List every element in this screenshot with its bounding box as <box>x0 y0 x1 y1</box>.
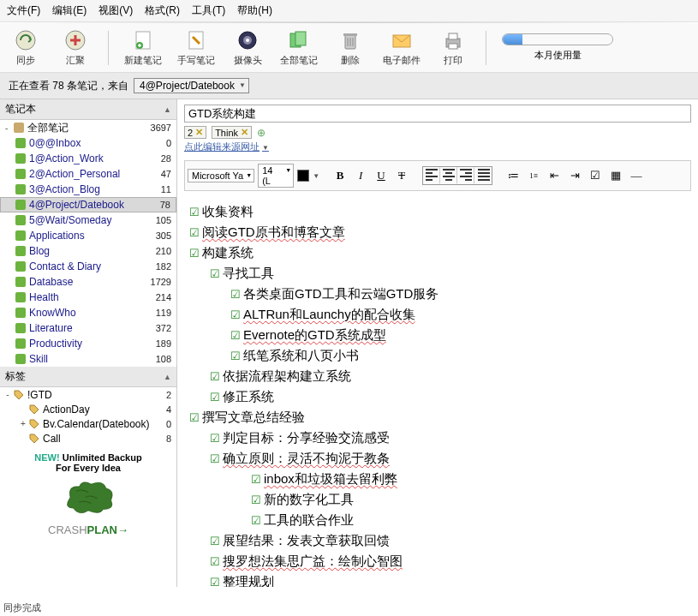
checklist-line[interactable]: ☑新的数字化工具 <box>251 489 686 510</box>
font-color-swatch[interactable] <box>297 170 309 182</box>
checklist-line[interactable]: ☑各类桌面GTD工具和云端GTD服务 <box>230 284 686 304</box>
tag-remove-icon[interactable]: ✕ <box>195 127 203 138</box>
checkbox-icon[interactable]: ☑ <box>210 533 220 551</box>
tag-add-icon[interactable]: ⊕ <box>257 127 265 139</box>
checklist-line[interactable]: ☑工具的联合作业 <box>251 510 686 530</box>
outdent-button[interactable]: ⇤ <box>546 167 563 184</box>
checklist-line[interactable]: ☑展望结果：发表文章获取回馈 <box>210 530 686 551</box>
indent-button[interactable]: ⇥ <box>566 167 583 184</box>
notebook-item[interactable]: Blog210 <box>0 243 176 259</box>
notebook-item[interactable]: Contact & Diary182 <box>0 259 176 274</box>
checkbox-icon[interactable]: ☑ <box>210 574 220 587</box>
notebook-selector[interactable]: 4@Project/Datebook <box>134 78 249 93</box>
checklist-line[interactable]: ☑ALTRun和Launchy的配合收集 <box>230 304 686 325</box>
checklist-line[interactable]: ☑构建系统 <box>189 242 686 263</box>
notebook-item[interactable]: 5@Wait/Someday105 <box>0 212 176 228</box>
line-text[interactable]: 判定目标：分享经验交流感受 <box>223 428 390 448</box>
checklist-line[interactable]: ☑inbox和垃圾箱去留利弊 <box>251 469 686 489</box>
notebook-item[interactable]: 3@Action_Blog11 <box>0 182 176 197</box>
menu-tools[interactable]: 工具(T) <box>192 3 225 18</box>
checkbox-icon[interactable]: ☑ <box>251 471 261 489</box>
menu-format[interactable]: 格式(R) <box>145 3 180 18</box>
notebook-item[interactable]: 0@@Inbox0 <box>0 135 176 151</box>
checkbox-icon[interactable]: ☑ <box>230 286 241 304</box>
font-size-select[interactable]: 14 (L <box>258 164 294 188</box>
italic-button[interactable]: I <box>352 167 369 184</box>
line-text[interactable]: 修正系统 <box>223 386 274 407</box>
notebooks-header[interactable]: 笔记本 ▲ <box>0 99 176 120</box>
strike-button[interactable]: T <box>393 167 410 184</box>
note-editor[interactable]: ☑收集资料☑阅读GTD原书和博客文章☑构建系统☑寻找工具☑各类桌面GTD工具和云… <box>177 194 698 587</box>
checkbox-icon[interactable]: ☑ <box>230 307 241 325</box>
expand-icon[interactable]: + <box>19 419 27 428</box>
line-text[interactable]: 依据流程架构建立系统 <box>223 366 351 386</box>
bold-button[interactable]: B <box>331 167 349 184</box>
checkbox-icon[interactable]: ☑ <box>251 512 261 530</box>
menu-help[interactable]: 帮助(H) <box>237 3 272 18</box>
line-text[interactable]: ALTRun和Launchy的配合收集 <box>243 304 415 325</box>
notebook-item[interactable]: Applications305 <box>0 228 176 243</box>
checklist-line[interactable]: ☑收集资料 <box>189 201 686 222</box>
checklist-line[interactable]: ☑确立原则：灵活不拘泥于教条 <box>210 448 686 469</box>
checkbox-icon[interactable]: ☑ <box>230 327 241 345</box>
toolbar-sync-button[interactable]: 同步 <box>9 28 43 67</box>
checkbox-icon[interactable]: ☑ <box>251 492 261 510</box>
font-family-select[interactable]: Microsoft Ya <box>188 169 254 182</box>
line-text[interactable]: 阅读GTD原书和博客文章 <box>202 222 345 242</box>
tag-item[interactable]: -!GTD2 <box>0 387 176 402</box>
line-text[interactable]: 撰写文章总结经验 <box>202 407 305 428</box>
toolbar-cam-button[interactable]: 摄像头 <box>230 28 265 67</box>
checkbox-icon[interactable]: ☑ <box>230 348 241 366</box>
toolbar-new-button[interactable]: 新建笔记 <box>124 28 162 67</box>
checkbox-icon[interactable]: ☑ <box>210 266 220 284</box>
line-text[interactable]: 寻找工具 <box>223 263 274 284</box>
toolbar-all-button[interactable]: 全部笔记 <box>280 28 318 67</box>
menu-file[interactable]: 文件(F) <box>7 3 40 18</box>
notebook-item[interactable]: Skill108 <box>0 351 176 367</box>
line-text[interactable]: 构建系统 <box>202 242 254 263</box>
toolbar-mail-button[interactable]: 电子邮件 <box>383 28 421 67</box>
notebook-item[interactable]: Productivity189 <box>0 336 176 351</box>
note-title-input[interactable] <box>184 105 691 123</box>
dropdown-icon[interactable]: ▼ <box>313 172 319 180</box>
checklist-line[interactable]: ☑阅读GTD原书和博客文章 <box>189 222 686 242</box>
checkbox-icon[interactable]: ☑ <box>210 389 220 407</box>
align-right-button[interactable] <box>457 167 474 184</box>
notebook-item[interactable]: 4@Project/Datebook78 <box>0 197 176 212</box>
checklist-line[interactable]: ☑纸笔系统和八页小书 <box>230 345 686 366</box>
notebook-item[interactable]: Literature372 <box>0 320 176 336</box>
checkbox-icon[interactable]: ☑ <box>189 245 200 263</box>
tag-chip[interactable]: 2✕ <box>184 126 206 139</box>
menu-view[interactable]: 视图(V) <box>98 3 133 18</box>
hr-button[interactable]: — <box>628 167 645 184</box>
menu-edit[interactable]: 编辑(E) <box>52 3 87 18</box>
notebook-item[interactable]: -全部笔记3697 <box>0 120 176 135</box>
expand-icon[interactable]: - <box>3 390 12 399</box>
checkbox-icon[interactable]: ☑ <box>210 368 220 386</box>
notebook-item[interactable]: 2@Action_Personal47 <box>0 166 176 182</box>
notebook-item[interactable]: Database1729 <box>0 274 176 290</box>
line-text[interactable]: Evernote的GTD系统成型 <box>243 325 386 345</box>
align-justify-button[interactable] <box>474 167 492 184</box>
tag-item[interactable]: Call8 <box>0 431 176 446</box>
checkbox-icon[interactable]: ☑ <box>189 204 200 222</box>
source-url-link[interactable]: 点此编辑来源网址 <box>184 141 691 153</box>
toolbar-print-button[interactable]: 打印 <box>436 28 470 67</box>
notebook-item[interactable]: KnowWho119 <box>0 305 176 320</box>
line-text[interactable]: 各类桌面GTD工具和云端GTD服务 <box>243 284 438 304</box>
align-left-button[interactable] <box>423 167 440 184</box>
underline-button[interactable]: U <box>373 167 390 184</box>
checklist-line[interactable]: ☑修正系统 <box>210 386 686 407</box>
align-center-button[interactable] <box>440 167 457 184</box>
checklist-line[interactable]: ☑判定目标：分享经验交流感受 <box>210 428 686 448</box>
line-text[interactable]: inbox和垃圾箱去留利弊 <box>264 469 397 489</box>
checklist-line[interactable]: ☑寻找工具 <box>210 263 686 284</box>
checkbox-icon[interactable]: ☑ <box>189 224 200 242</box>
toolbar-hand-button[interactable]: 手写笔记 <box>177 28 215 67</box>
checkbox-icon[interactable]: ☑ <box>210 553 220 571</box>
line-text[interactable]: 展望结果：发表文章获取回馈 <box>223 530 390 551</box>
checkbox-icon[interactable]: ☑ <box>210 430 220 448</box>
bullet-list-button[interactable]: ≔ <box>504 167 522 184</box>
notebook-item[interactable]: Health214 <box>0 290 176 305</box>
number-list-button[interactable]: 1≡ <box>525 167 542 184</box>
